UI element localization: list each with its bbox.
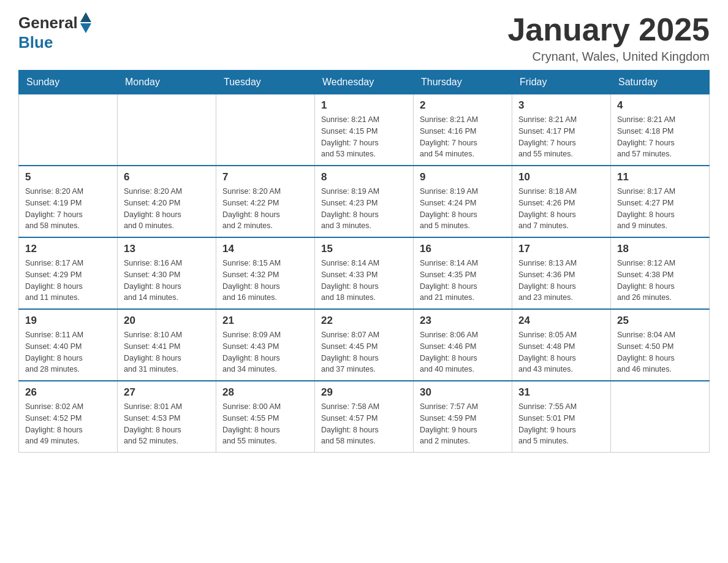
calendar-cell: 11Sunrise: 8:17 AM Sunset: 4:27 PM Dayli… bbox=[611, 166, 710, 237]
day-number: 22 bbox=[321, 315, 407, 327]
day-info: Sunrise: 8:01 AM Sunset: 4:53 PM Dayligh… bbox=[124, 401, 210, 447]
calendar-cell: 10Sunrise: 8:18 AM Sunset: 4:26 PM Dayli… bbox=[512, 166, 611, 237]
calendar-cell: 14Sunrise: 8:15 AM Sunset: 4:32 PM Dayli… bbox=[216, 237, 315, 309]
day-number: 5 bbox=[25, 171, 111, 183]
day-number: 2 bbox=[420, 99, 506, 112]
calendar-cell: 23Sunrise: 8:06 AM Sunset: 4:46 PM Dayli… bbox=[414, 309, 512, 381]
day-info: Sunrise: 8:13 AM Sunset: 4:36 PM Dayligh… bbox=[518, 258, 604, 304]
day-info: Sunrise: 8:20 AM Sunset: 4:22 PM Dayligh… bbox=[222, 186, 308, 232]
calendar-cell: 7Sunrise: 8:20 AM Sunset: 4:22 PM Daylig… bbox=[216, 166, 315, 237]
calendar-cell: 3Sunrise: 8:21 AM Sunset: 4:17 PM Daylig… bbox=[512, 94, 611, 166]
day-info: Sunrise: 8:18 AM Sunset: 4:26 PM Dayligh… bbox=[518, 186, 604, 232]
day-number: 25 bbox=[617, 315, 703, 327]
calendar-cell: 30Sunrise: 7:57 AM Sunset: 4:59 PM Dayli… bbox=[414, 381, 512, 453]
calendar-cell bbox=[19, 94, 118, 166]
day-number: 20 bbox=[124, 315, 210, 327]
calendar-cell: 8Sunrise: 8:19 AM Sunset: 4:23 PM Daylig… bbox=[315, 166, 414, 237]
calendar-header-friday: Friday bbox=[512, 71, 611, 94]
day-number: 24 bbox=[518, 315, 604, 327]
calendar-cell: 19Sunrise: 8:11 AM Sunset: 4:40 PM Dayli… bbox=[19, 309, 118, 381]
day-info: Sunrise: 8:02 AM Sunset: 4:52 PM Dayligh… bbox=[25, 401, 111, 447]
day-info: Sunrise: 7:55 AM Sunset: 5:01 PM Dayligh… bbox=[518, 401, 604, 447]
calendar-cell: 4Sunrise: 8:21 AM Sunset: 4:18 PM Daylig… bbox=[611, 94, 710, 166]
day-number: 12 bbox=[25, 243, 111, 255]
day-info: Sunrise: 8:11 AM Sunset: 4:40 PM Dayligh… bbox=[25, 329, 111, 375]
day-number: 4 bbox=[617, 99, 703, 112]
calendar-header-row: SundayMondayTuesdayWednesdayThursdayFrid… bbox=[19, 71, 710, 94]
calendar-cell: 25Sunrise: 8:04 AM Sunset: 4:50 PM Dayli… bbox=[611, 309, 710, 381]
day-info: Sunrise: 8:20 AM Sunset: 4:19 PM Dayligh… bbox=[25, 186, 111, 232]
day-info: Sunrise: 8:17 AM Sunset: 4:29 PM Dayligh… bbox=[25, 258, 111, 304]
calendar-cell: 17Sunrise: 8:13 AM Sunset: 4:36 PM Dayli… bbox=[512, 237, 611, 309]
calendar-cell: 21Sunrise: 8:09 AM Sunset: 4:43 PM Dayli… bbox=[216, 309, 315, 381]
calendar-cell: 26Sunrise: 8:02 AM Sunset: 4:52 PM Dayli… bbox=[19, 381, 118, 453]
calendar-header-sunday: Sunday bbox=[19, 71, 118, 94]
calendar-cell: 15Sunrise: 8:14 AM Sunset: 4:33 PM Dayli… bbox=[315, 237, 414, 309]
calendar-cell: 24Sunrise: 8:05 AM Sunset: 4:48 PM Dayli… bbox=[512, 309, 611, 381]
day-number: 16 bbox=[420, 243, 506, 255]
calendar-cell bbox=[216, 94, 315, 166]
calendar-week-row: 19Sunrise: 8:11 AM Sunset: 4:40 PM Dayli… bbox=[19, 309, 710, 381]
day-info: Sunrise: 8:09 AM Sunset: 4:43 PM Dayligh… bbox=[222, 329, 308, 375]
day-info: Sunrise: 8:19 AM Sunset: 4:24 PM Dayligh… bbox=[420, 186, 506, 232]
calendar-cell: 18Sunrise: 8:12 AM Sunset: 4:38 PM Dayli… bbox=[611, 237, 710, 309]
day-number: 31 bbox=[518, 386, 604, 399]
day-info: Sunrise: 8:21 AM Sunset: 4:18 PM Dayligh… bbox=[617, 114, 703, 160]
day-number: 6 bbox=[124, 171, 210, 183]
day-number: 27 bbox=[124, 386, 210, 399]
day-number: 11 bbox=[617, 171, 703, 183]
calendar-cell bbox=[611, 381, 710, 453]
calendar-cell: 28Sunrise: 8:00 AM Sunset: 4:55 PM Dayli… bbox=[216, 381, 315, 453]
calendar-cell: 2Sunrise: 8:21 AM Sunset: 4:16 PM Daylig… bbox=[414, 94, 512, 166]
calendar-cell: 9Sunrise: 8:19 AM Sunset: 4:24 PM Daylig… bbox=[414, 166, 512, 237]
calendar-cell: 13Sunrise: 8:16 AM Sunset: 4:30 PM Dayli… bbox=[118, 237, 216, 309]
day-number: 18 bbox=[617, 243, 703, 255]
day-info: Sunrise: 8:21 AM Sunset: 4:17 PM Dayligh… bbox=[518, 114, 604, 160]
day-info: Sunrise: 8:19 AM Sunset: 4:23 PM Dayligh… bbox=[321, 186, 407, 232]
day-number: 17 bbox=[518, 243, 604, 255]
day-info: Sunrise: 8:21 AM Sunset: 4:16 PM Dayligh… bbox=[420, 114, 506, 160]
day-info: Sunrise: 7:57 AM Sunset: 4:59 PM Dayligh… bbox=[420, 401, 506, 447]
calendar-cell: 6Sunrise: 8:20 AM Sunset: 4:20 PM Daylig… bbox=[118, 166, 216, 237]
page-header: General Blue January 2025 Crynant, Wales… bbox=[18, 12, 710, 64]
day-info: Sunrise: 8:12 AM Sunset: 4:38 PM Dayligh… bbox=[617, 258, 703, 304]
calendar-week-row: 1Sunrise: 8:21 AM Sunset: 4:15 PM Daylig… bbox=[19, 94, 710, 166]
calendar-cell: 16Sunrise: 8:14 AM Sunset: 4:35 PM Dayli… bbox=[414, 237, 512, 309]
day-number: 29 bbox=[321, 386, 407, 399]
day-number: 26 bbox=[25, 386, 111, 399]
day-info: Sunrise: 8:21 AM Sunset: 4:15 PM Dayligh… bbox=[321, 114, 407, 160]
day-info: Sunrise: 8:20 AM Sunset: 4:20 PM Dayligh… bbox=[124, 186, 210, 232]
title-section: January 2025 Crynant, Wales, United King… bbox=[507, 12, 710, 64]
day-number: 8 bbox=[321, 171, 407, 183]
day-info: Sunrise: 8:17 AM Sunset: 4:27 PM Dayligh… bbox=[617, 186, 703, 232]
day-info: Sunrise: 8:07 AM Sunset: 4:45 PM Dayligh… bbox=[321, 329, 407, 375]
day-number: 13 bbox=[124, 243, 210, 255]
calendar-header-thursday: Thursday bbox=[414, 71, 512, 94]
calendar-cell: 12Sunrise: 8:17 AM Sunset: 4:29 PM Dayli… bbox=[19, 237, 118, 309]
day-number: 3 bbox=[518, 99, 604, 112]
day-info: Sunrise: 8:10 AM Sunset: 4:41 PM Dayligh… bbox=[124, 329, 210, 375]
logo-blue-text: Blue bbox=[18, 33, 91, 52]
day-number: 19 bbox=[25, 315, 111, 327]
day-info: Sunrise: 8:00 AM Sunset: 4:55 PM Dayligh… bbox=[222, 401, 308, 447]
calendar-header-monday: Monday bbox=[118, 71, 216, 94]
calendar-cell bbox=[118, 94, 216, 166]
calendar-cell: 22Sunrise: 8:07 AM Sunset: 4:45 PM Dayli… bbox=[315, 309, 414, 381]
day-info: Sunrise: 7:58 AM Sunset: 4:57 PM Dayligh… bbox=[321, 401, 407, 447]
calendar-week-row: 5Sunrise: 8:20 AM Sunset: 4:19 PM Daylig… bbox=[19, 166, 710, 237]
month-title: January 2025 bbox=[507, 12, 710, 47]
calendar-cell: 29Sunrise: 7:58 AM Sunset: 4:57 PM Dayli… bbox=[315, 381, 414, 453]
day-number: 14 bbox=[222, 243, 308, 255]
day-info: Sunrise: 8:05 AM Sunset: 4:48 PM Dayligh… bbox=[518, 329, 604, 375]
calendar-header-saturday: Saturday bbox=[611, 71, 710, 94]
location-text: Crynant, Wales, United Kingdom bbox=[507, 50, 710, 64]
day-info: Sunrise: 8:06 AM Sunset: 4:46 PM Dayligh… bbox=[420, 329, 506, 375]
day-number: 23 bbox=[420, 315, 506, 327]
calendar-header-wednesday: Wednesday bbox=[315, 71, 414, 94]
day-info: Sunrise: 8:14 AM Sunset: 4:35 PM Dayligh… bbox=[420, 258, 506, 304]
calendar-cell: 1Sunrise: 8:21 AM Sunset: 4:15 PM Daylig… bbox=[315, 94, 414, 166]
calendar-week-row: 26Sunrise: 8:02 AM Sunset: 4:52 PM Dayli… bbox=[19, 381, 710, 453]
day-info: Sunrise: 8:14 AM Sunset: 4:33 PM Dayligh… bbox=[321, 258, 407, 304]
calendar-week-row: 12Sunrise: 8:17 AM Sunset: 4:29 PM Dayli… bbox=[19, 237, 710, 309]
day-number: 7 bbox=[222, 171, 308, 183]
